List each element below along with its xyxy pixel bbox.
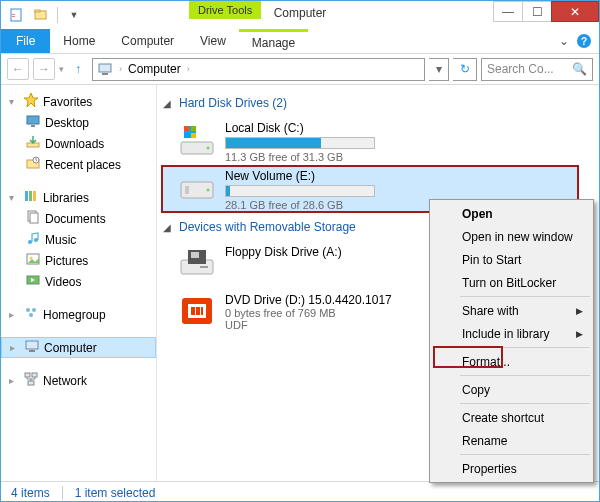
svg-rect-49 — [196, 307, 200, 315]
svg-point-21 — [30, 257, 33, 260]
cm-include-library[interactable]: Include in library▶ — [432, 322, 591, 345]
section-hdd[interactable]: ◢ Hard Disk Drives (2) — [161, 93, 599, 113]
search-icon: 🔍 — [572, 62, 587, 76]
tab-manage[interactable]: Manage — [239, 29, 308, 53]
cm-format[interactable]: Format... — [432, 350, 591, 373]
svg-point-25 — [32, 308, 36, 312]
desktop-icon — [25, 113, 41, 132]
svg-rect-6 — [102, 73, 108, 75]
sidebar-item-downloads[interactable]: Downloads — [1, 133, 156, 154]
svg-rect-5 — [99, 64, 111, 72]
cm-separator — [460, 296, 590, 297]
cm-create-shortcut[interactable]: Create shortcut — [432, 406, 591, 429]
breadcrumb-chevron: › — [119, 64, 122, 74]
minimize-button[interactable]: — — [493, 1, 523, 22]
expand-caret-icon[interactable]: ◢ — [163, 222, 175, 233]
sidebar-computer[interactable]: ▸ Computer — [1, 337, 156, 358]
address-dropdown[interactable]: ▾ — [429, 58, 449, 81]
sidebar-favorites[interactable]: ▾ Favorites — [1, 91, 156, 112]
cm-open[interactable]: Open — [432, 202, 591, 225]
videos-icon — [25, 272, 41, 291]
cm-share-with[interactable]: Share with▶ — [432, 299, 591, 322]
breadcrumb-location[interactable]: Computer — [128, 62, 181, 76]
qat-props-icon[interactable] — [7, 5, 27, 25]
sidebar-item-label: Network — [43, 374, 87, 388]
cm-pin-start[interactable]: Pin to Start — [432, 248, 591, 271]
sidebar-homegroup[interactable]: ▸ Homegroup — [1, 304, 156, 325]
qat-newfolder-icon[interactable] — [31, 5, 51, 25]
sidebar-item-label: Computer — [44, 341, 97, 355]
svg-rect-36 — [191, 126, 196, 131]
nav-up-button[interactable]: ↑ — [68, 59, 88, 79]
tab-view[interactable]: View — [187, 29, 239, 53]
nav-history-dropdown[interactable]: ▾ — [59, 64, 64, 74]
breadcrumb-chevron[interactable]: › — [187, 64, 190, 74]
sidebar-item-label: Documents — [45, 212, 106, 226]
svg-rect-44 — [191, 252, 199, 258]
cm-separator — [460, 347, 590, 348]
capacity-bar — [225, 137, 375, 149]
sidebar-item-desktop[interactable]: Desktop — [1, 112, 156, 133]
cm-bitlocker[interactable]: Turn on BitLocker — [432, 271, 591, 294]
svg-rect-30 — [32, 373, 37, 377]
refresh-button[interactable]: ↻ — [453, 58, 477, 81]
computer-icon — [24, 338, 40, 357]
drive-name: Local Disk (C:) — [225, 121, 375, 135]
drive-free-text: 28.1 GB free of 28.6 GB — [225, 199, 375, 211]
cm-copy[interactable]: Copy — [432, 378, 591, 401]
window-title: Computer — [274, 6, 327, 20]
sidebar-item-label: Music — [45, 233, 76, 247]
drive-tools-tab[interactable]: Drive Tools — [189, 1, 261, 19]
sidebar-item-label: Downloads — [45, 137, 104, 151]
sidebar-item-documents[interactable]: Documents — [1, 208, 156, 229]
svg-rect-17 — [30, 213, 38, 223]
close-button[interactable]: ✕ — [551, 1, 599, 22]
file-menu[interactable]: File — [1, 29, 50, 53]
nav-forward-button[interactable]: → — [33, 58, 55, 80]
qat-dropdown[interactable]: ▼ — [64, 5, 84, 25]
section-title: Hard Disk Drives (2) — [179, 96, 287, 110]
library-icon — [23, 188, 39, 207]
cm-open-new-window[interactable]: Open in new window — [432, 225, 591, 248]
svg-rect-48 — [191, 307, 195, 315]
sidebar-libraries[interactable]: ▾ Libraries — [1, 187, 156, 208]
sidebar-item-pictures[interactable]: Pictures — [1, 250, 156, 271]
titlebar: ▼ Drive Tools Computer — ☐ ✕ — [1, 1, 599, 29]
drive-item-local-c[interactable]: Local Disk (C:) 11.3 GB free of 31.3 GB — [161, 117, 599, 165]
cm-separator — [460, 454, 590, 455]
cm-rename[interactable]: Rename — [432, 429, 591, 452]
drive-free-text: 11.3 GB free of 31.3 GB — [225, 151, 375, 163]
expand-caret-icon[interactable]: ◢ — [163, 98, 175, 109]
star-icon — [23, 92, 39, 111]
maximize-button[interactable]: ☐ — [522, 1, 552, 22]
cm-properties[interactable]: Properties — [432, 457, 591, 480]
svg-point-40 — [207, 189, 210, 192]
help-icon[interactable]: ? — [577, 34, 591, 48]
svg-rect-2 — [12, 16, 15, 17]
address-input[interactable]: › Computer › — [92, 58, 425, 81]
chevron-down-icon[interactable]: ▾ — [9, 96, 19, 107]
tab-home[interactable]: Home — [50, 29, 108, 53]
chevron-right-icon[interactable]: ▸ — [9, 309, 19, 320]
svg-rect-50 — [201, 307, 203, 315]
homegroup-icon — [23, 305, 39, 324]
sidebar-item-music[interactable]: Music — [1, 229, 156, 250]
sidebar-item-videos[interactable]: Videos — [1, 271, 156, 292]
section-title: Devices with Removable Storage — [179, 220, 356, 234]
chevron-right-icon[interactable]: ▸ — [10, 342, 20, 353]
chevron-down-icon[interactable]: ▾ — [9, 192, 19, 203]
chevron-right-icon[interactable]: ▸ — [9, 375, 19, 386]
hdd-icon — [177, 167, 217, 207]
drive-free-text: 0 bytes free of 769 MB — [225, 307, 392, 319]
sidebar-item-label: Libraries — [43, 191, 89, 205]
search-input[interactable]: Search Co... 🔍 — [481, 58, 593, 81]
sidebar-network[interactable]: ▸ Network — [1, 370, 156, 391]
context-menu: Open Open in new window Pin to Start Tur… — [429, 199, 594, 483]
ribbon-expand-icon[interactable]: ⌄ — [559, 34, 569, 48]
tab-computer[interactable]: Computer — [108, 29, 187, 53]
nav-back-button[interactable]: ← — [7, 58, 29, 80]
sidebar-item-recent[interactable]: Recent places — [1, 154, 156, 175]
addressbar: ← → ▾ ↑ › Computer › ▾ ↻ Search Co... 🔍 — [1, 54, 599, 85]
computer-icon — [97, 61, 113, 77]
svg-rect-8 — [27, 116, 39, 124]
